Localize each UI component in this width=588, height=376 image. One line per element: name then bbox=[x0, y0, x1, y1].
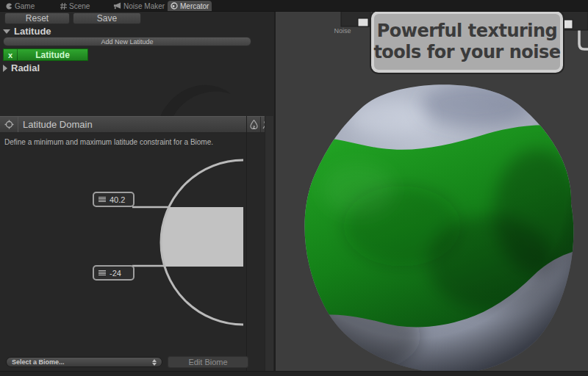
window-bottom-edge bbox=[0, 371, 588, 376]
panel-separator bbox=[246, 116, 247, 376]
latitude-item-label: Latitude bbox=[18, 49, 87, 60]
scene-icon bbox=[60, 3, 67, 10]
radial-foldout[interactable]: Radial bbox=[3, 62, 40, 73]
biome-tool-button[interactable] bbox=[246, 117, 260, 132]
tab-mercator[interactable]: Mercator bbox=[168, 1, 212, 11]
callout-line1: Powerful texturing bbox=[377, 21, 558, 42]
reset-button[interactable]: Reset bbox=[4, 12, 70, 24]
tab-label: Noise Maker bbox=[123, 2, 165, 10]
megaphone-icon bbox=[113, 2, 121, 10]
biome-dropdown[interactable]: Select a Biome... bbox=[6, 357, 162, 367]
domain-panel-header: Latitude Domain bbox=[0, 116, 274, 133]
latitude-foldout-label: Latitude bbox=[14, 26, 51, 37]
domain-panel-description: Define a minimum and maximum latitude co… bbox=[4, 138, 213, 146]
callout-line2: tools for your noise bbox=[373, 42, 560, 63]
tab-noise-maker[interactable]: Noise Maker bbox=[110, 1, 168, 11]
max-latitude-field[interactable]: 40.2 bbox=[93, 192, 135, 207]
target-icon bbox=[0, 117, 18, 132]
drag-handle-icon[interactable] bbox=[98, 270, 106, 275]
mercator-icon bbox=[171, 2, 178, 10]
foldout-closed-icon bbox=[3, 65, 7, 72]
domain-panel-title: Latitude Domain bbox=[18, 119, 246, 130]
min-latitude-field[interactable]: -24 bbox=[93, 265, 135, 281]
callout-bubble: Powerful texturing tools for your noise bbox=[371, 11, 563, 73]
remove-latitude-button[interactable]: x bbox=[4, 49, 18, 60]
edit-biome-button[interactable]: Edit Biome bbox=[168, 356, 248, 368]
tab-game[interactable]: Game bbox=[3, 1, 37, 11]
min-latitude-value: -24 bbox=[110, 269, 121, 278]
max-latitude-value: 40.2 bbox=[110, 195, 125, 204]
latitude-list-item[interactable]: x Latitude bbox=[3, 48, 88, 61]
editor-tab-bar: Game Scene Noise Maker Mercator bbox=[0, 0, 588, 12]
tab-scene[interactable]: Scene bbox=[57, 1, 93, 11]
tab-label: Game bbox=[15, 2, 35, 10]
foldout-open-icon bbox=[3, 29, 10, 34]
save-button[interactable]: Save bbox=[73, 12, 141, 24]
pane-divider[interactable] bbox=[274, 0, 276, 376]
mercator-window: Noise Powerful texturing tools for your … bbox=[0, 0, 588, 376]
latitude-foldout[interactable]: Latitude bbox=[3, 26, 51, 37]
tab-label: Mercator bbox=[180, 2, 209, 10]
noise-output-socket[interactable] bbox=[358, 18, 368, 26]
add-new-latitude-button[interactable]: Add New Latitude bbox=[3, 37, 251, 46]
drag-handle-icon[interactable] bbox=[98, 197, 106, 202]
dropdown-arrows-icon bbox=[152, 359, 157, 366]
biome-icon bbox=[250, 120, 258, 129]
game-icon bbox=[6, 3, 12, 10]
biome-dropdown-value: Select a Biome... bbox=[12, 358, 152, 366]
watermark-swoosh bbox=[0, 73, 274, 116]
node-input-socket[interactable] bbox=[563, 20, 573, 29]
latitude-diagram bbox=[0, 134, 274, 376]
noise-node-label: Noise bbox=[326, 27, 359, 35]
panel-scrollbar[interactable] bbox=[265, 116, 274, 376]
radial-foldout-label: Radial bbox=[11, 62, 40, 73]
tab-label: Scene bbox=[69, 2, 90, 10]
